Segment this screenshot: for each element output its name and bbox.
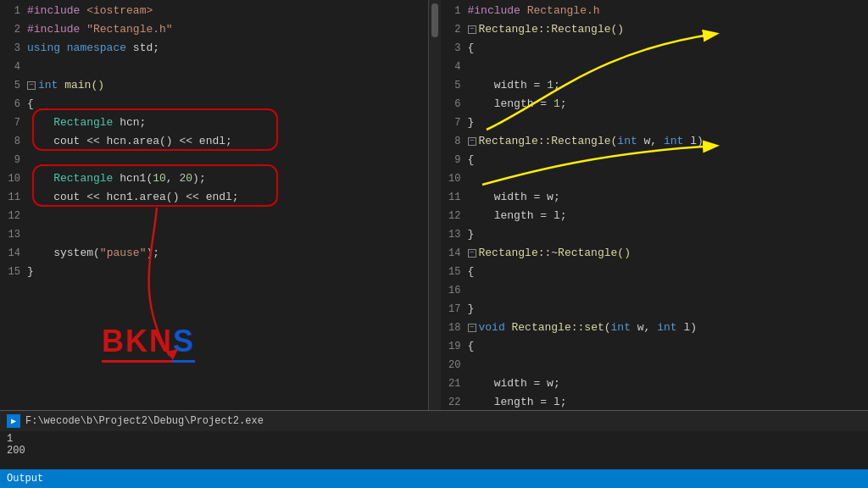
code-line: 13} bbox=[441, 225, 869, 244]
line-content bbox=[27, 58, 428, 76]
line-content: { bbox=[468, 337, 869, 356]
code-line: 5−int main() bbox=[0, 76, 428, 95]
scroll-thumb[interactable] bbox=[431, 3, 438, 37]
line-content: −Rectangle::Rectangle() bbox=[468, 20, 869, 39]
line-number: 5 bbox=[0, 76, 27, 95]
code-line: 1#include Rectangle.h bbox=[441, 2, 869, 20]
line-content: #include Rectangle.h bbox=[468, 2, 869, 20]
collapse-icon[interactable]: − bbox=[468, 137, 476, 146]
line-content: #include <iostream> bbox=[27, 2, 428, 20]
line-number: 11 bbox=[0, 188, 27, 207]
line-content: width = 1; bbox=[468, 76, 869, 95]
line-content: length = l; bbox=[468, 207, 869, 225]
line-number: 12 bbox=[441, 207, 468, 225]
code-line: 9{ bbox=[441, 151, 869, 169]
code-line: 3{ bbox=[441, 39, 869, 58]
right-code-block: 1#include Rectangle.h2−Rectangle::Rectan… bbox=[441, 2, 869, 410]
code-line: 1#include <iostream> bbox=[0, 2, 428, 20]
code-line: 10 bbox=[441, 169, 869, 188]
code-line: 16 bbox=[441, 281, 869, 300]
line-content: length = 1; bbox=[468, 95, 869, 114]
line-number: 19 bbox=[441, 337, 468, 356]
red-oval-hcn1 bbox=[32, 164, 278, 207]
line-number: 13 bbox=[441, 225, 468, 244]
code-line: 22 length = l; bbox=[441, 393, 869, 410]
right-pane: 1#include Rectangle.h2−Rectangle::Rectan… bbox=[441, 0, 869, 410]
line-number: 6 bbox=[0, 95, 27, 114]
line-content: } bbox=[27, 263, 428, 281]
line-number: 8 bbox=[0, 132, 27, 151]
line-content: #include "Rectangle.h" bbox=[27, 20, 428, 39]
line-content: length = l; bbox=[468, 393, 869, 410]
line-content bbox=[27, 225, 428, 244]
console-icon: ▶ bbox=[7, 414, 20, 428]
line-content: system("pause"); bbox=[27, 244, 428, 263]
code-line: 2#include "Rectangle.h" bbox=[0, 20, 428, 39]
line-number: 3 bbox=[0, 39, 27, 58]
line-content: −Rectangle::Rectangle(int w, int l) bbox=[468, 132, 869, 151]
line-number: 7 bbox=[0, 114, 27, 132]
output-label: Output bbox=[7, 473, 43, 485]
line-content bbox=[468, 58, 869, 76]
line-content: width = w; bbox=[468, 188, 869, 207]
console-line2: 200 bbox=[7, 445, 861, 457]
line-content bbox=[468, 281, 869, 300]
line-number: 15 bbox=[0, 263, 27, 281]
line-number: 21 bbox=[441, 374, 468, 393]
line-number: 2 bbox=[441, 20, 468, 39]
line-number: 4 bbox=[0, 58, 27, 76]
logo-k: KN bbox=[125, 324, 173, 358]
line-number: 12 bbox=[0, 207, 27, 225]
line-number: 22 bbox=[441, 393, 468, 410]
line-content: } bbox=[468, 225, 869, 244]
collapse-icon[interactable]: − bbox=[468, 25, 476, 34]
logo-s: S bbox=[173, 324, 195, 358]
line-number: 9 bbox=[441, 151, 468, 169]
line-number: 2 bbox=[0, 20, 27, 39]
console-title: F:\wecode\b\Project2\Debug\Project2.exe bbox=[25, 415, 264, 427]
line-number: 14 bbox=[0, 244, 27, 263]
left-pane: 1#include <iostream>2#include "Rectangle… bbox=[0, 0, 429, 410]
line-number: 17 bbox=[441, 300, 468, 319]
code-line: 4 bbox=[441, 58, 869, 76]
code-line: 2−Rectangle::Rectangle() bbox=[441, 20, 869, 39]
line-content: using namespace std; bbox=[27, 39, 428, 58]
code-line: 11 width = w; bbox=[441, 188, 869, 207]
red-oval-hcn bbox=[32, 108, 278, 151]
logo-b: B bbox=[102, 324, 125, 358]
line-content: { bbox=[468, 39, 869, 58]
code-line: 12 length = l; bbox=[441, 207, 869, 225]
line-number: 5 bbox=[441, 76, 468, 95]
center-scrollbar[interactable] bbox=[429, 0, 441, 410]
line-content: { bbox=[468, 263, 869, 281]
line-content: } bbox=[468, 300, 869, 319]
code-line: 13 bbox=[0, 225, 428, 244]
code-line: 4 bbox=[0, 58, 428, 76]
line-number: 10 bbox=[441, 169, 468, 188]
collapse-icon[interactable]: − bbox=[468, 324, 476, 332]
line-number: 7 bbox=[441, 114, 468, 132]
line-content: } bbox=[468, 114, 869, 132]
line-content bbox=[27, 207, 428, 225]
code-line: 17} bbox=[441, 300, 869, 319]
code-line: 12 bbox=[0, 207, 428, 225]
line-number: 20 bbox=[441, 356, 468, 374]
line-number: 14 bbox=[441, 244, 468, 263]
console-area: ▶ F:\wecode\b\Project2\Debug\Project2.ex… bbox=[0, 410, 868, 469]
collapse-icon[interactable]: − bbox=[468, 249, 476, 258]
console-titlebar: ▶ F:\wecode\b\Project2\Debug\Project2.ex… bbox=[0, 411, 868, 431]
code-line: 19{ bbox=[441, 337, 869, 356]
line-content: width = w; bbox=[468, 374, 869, 393]
line-number: 1 bbox=[441, 2, 468, 20]
collapse-icon[interactable]: − bbox=[27, 81, 36, 90]
line-number: 9 bbox=[0, 151, 27, 169]
line-content: −int main() bbox=[27, 76, 428, 95]
code-line: 20 bbox=[441, 356, 869, 374]
console-body: 1 200 bbox=[0, 431, 868, 458]
code-line: 3using namespace std; bbox=[0, 39, 428, 58]
line-number: 3 bbox=[441, 39, 468, 58]
code-line: 14 system("pause"); bbox=[0, 244, 428, 263]
code-line: 5 width = 1; bbox=[441, 76, 869, 95]
code-line: 15{ bbox=[441, 263, 869, 281]
line-number: 18 bbox=[441, 319, 468, 337]
